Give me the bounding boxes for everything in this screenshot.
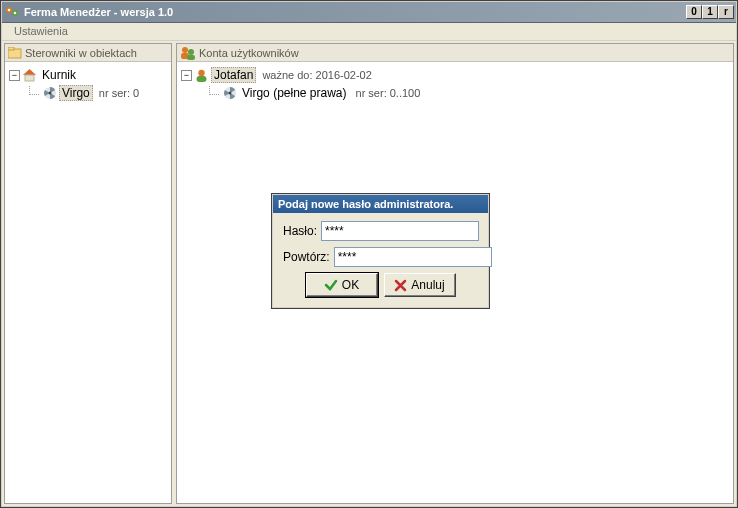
menu-settings[interactable]: Ustawienia bbox=[8, 24, 74, 38]
svg-point-11 bbox=[188, 49, 194, 55]
dialog-title: Podaj nowe hasło administratora. bbox=[278, 198, 453, 210]
panel-header-label: Konta użytkowników bbox=[199, 47, 299, 59]
minimize-button[interactable]: 0 bbox=[686, 5, 702, 19]
tree-sub-jotafan: ważne do: 2016-02-02 bbox=[262, 69, 371, 81]
password-input[interactable] bbox=[321, 221, 479, 241]
expander-icon[interactable]: − bbox=[181, 70, 192, 81]
tree-node-kurnik[interactable]: − Kurnik bbox=[7, 66, 169, 84]
fan-icon bbox=[223, 86, 237, 100]
expander-icon[interactable]: − bbox=[9, 70, 20, 81]
tree-line bbox=[209, 86, 219, 95]
fan-icon bbox=[43, 86, 57, 100]
tree-sub-virgo-rights: nr ser: 0..100 bbox=[356, 87, 421, 99]
tree-node-virgo-rights[interactable]: Virgo (pełne prawa) nr ser: 0..100 bbox=[179, 84, 731, 102]
svg-point-10 bbox=[182, 47, 188, 53]
repeat-input[interactable] bbox=[334, 247, 492, 267]
tree-node-virgo[interactable]: Virgo nr ser: 0 bbox=[7, 84, 169, 102]
maximize-button[interactable]: 1 bbox=[702, 5, 718, 19]
window-title: Ferma Menedżer - wersja 1.0 bbox=[24, 6, 686, 18]
svg-point-17 bbox=[229, 92, 232, 95]
tree-line bbox=[29, 86, 39, 95]
x-icon bbox=[394, 279, 407, 292]
ok-label: OK bbox=[342, 278, 359, 292]
svg-rect-13 bbox=[187, 55, 195, 60]
svg-marker-6 bbox=[23, 69, 36, 75]
svg-point-3 bbox=[14, 12, 17, 15]
tree-label-virgo: Virgo bbox=[59, 85, 93, 101]
close-button[interactable]: r bbox=[718, 5, 734, 19]
svg-rect-7 bbox=[25, 75, 34, 81]
folder-icon bbox=[8, 47, 22, 59]
panel-header-label: Sterowniki w obiektach bbox=[25, 47, 137, 59]
ok-button[interactable]: OK bbox=[306, 273, 378, 297]
tree-controllers: − Kurnik Virgo nr ser: 0 bbox=[5, 62, 171, 503]
house-icon bbox=[22, 68, 37, 82]
svg-point-14 bbox=[198, 69, 204, 75]
panel-header-controllers: Sterowniki w obiektach bbox=[5, 44, 171, 62]
check-icon bbox=[324, 278, 338, 292]
titlebar: Ferma Menedżer - wersja 1.0 0 1 r bbox=[2, 2, 736, 23]
svg-rect-15 bbox=[197, 76, 207, 82]
tree-label-virgo-rights: Virgo (pełne prawa) bbox=[239, 85, 350, 101]
cancel-label: Anuluj bbox=[411, 278, 444, 292]
svg-point-9 bbox=[49, 92, 52, 95]
app-icon bbox=[4, 4, 20, 20]
password-label: Hasło: bbox=[283, 224, 317, 238]
tree-sub-virgo: nr ser: 0 bbox=[99, 87, 139, 99]
svg-point-2 bbox=[8, 9, 11, 12]
user-icon bbox=[194, 68, 209, 83]
users-icon bbox=[180, 46, 196, 60]
tree-node-jotafan[interactable]: − Jotafan ważne do: 2016-02-02 bbox=[179, 66, 731, 84]
tree-label-kurnik: Kurnik bbox=[39, 67, 79, 83]
panel-header-users: Konta użytkowników bbox=[177, 44, 733, 62]
password-dialog: Podaj nowe hasło administratora. Hasło: … bbox=[271, 193, 490, 309]
menubar: Ustawienia bbox=[2, 23, 736, 41]
repeat-label: Powtórz: bbox=[283, 250, 330, 264]
panel-controllers: Sterowniki w obiektach − Kurnik bbox=[4, 43, 172, 504]
svg-rect-5 bbox=[8, 47, 14, 50]
dialog-titlebar: Podaj nowe hasło administratora. bbox=[273, 195, 488, 213]
cancel-button[interactable]: Anuluj bbox=[384, 273, 456, 297]
tree-label-jotafan: Jotafan bbox=[211, 67, 256, 83]
